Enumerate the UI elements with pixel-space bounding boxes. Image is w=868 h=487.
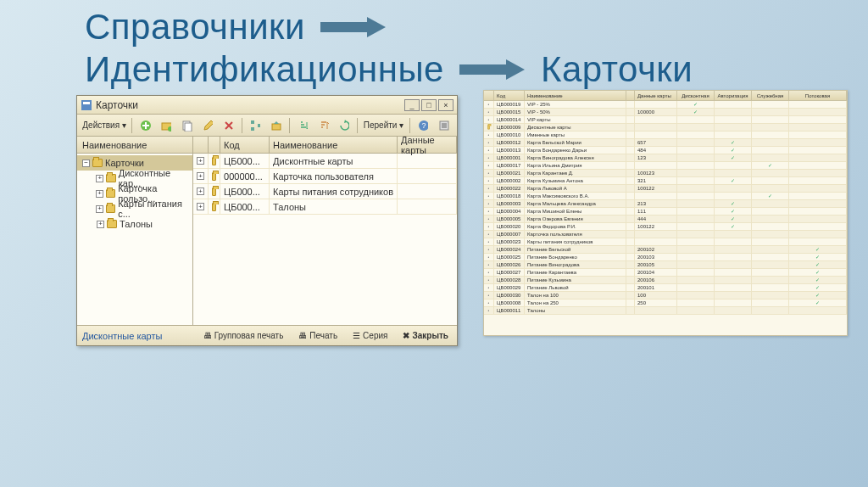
grid-row[interactable]: +ЦБ000...Дисконтные карты bbox=[193, 154, 457, 169]
tree-item[interactable]: +Карты питания с... bbox=[77, 201, 192, 216]
bigtable-cell: Питание Кузьмина bbox=[525, 277, 626, 283]
bigtable-row[interactable]: •ЦБ000020Карта Федорова Р.И.100122✓ bbox=[484, 223, 847, 231]
bigtable-cell bbox=[626, 200, 635, 207]
bigtable-row[interactable]: •ЦБ000003Карта Мальцева Александра213✓ bbox=[484, 200, 847, 208]
titlebar[interactable]: Карточки _ □ × bbox=[77, 96, 457, 115]
grid-header-data[interactable]: Данные карты bbox=[398, 137, 457, 153]
bigtable-row[interactable]: •ЦБ000002Карта Кузьмина Антона321✓ bbox=[484, 177, 847, 185]
bigtable-header-cell[interactable]: Потоковая bbox=[789, 91, 847, 100]
bigtable-row[interactable]: •ЦБ000005Карта Озерова Евгения444✓ bbox=[484, 216, 847, 223]
series-button[interactable]: ☰Серия bbox=[349, 331, 391, 340]
bigtable-cell: • bbox=[484, 216, 494, 222]
bigtable-row[interactable]: •ЦБ000012Карта Бельской Марии657✓ bbox=[484, 139, 847, 147]
bigtable-row[interactable]: •ЦБ000001Карта Виноградова Алексея123✓ bbox=[484, 154, 847, 162]
bigtable-row[interactable]: ЦБ000009Дисконтные карты bbox=[484, 124, 847, 132]
bigtable-row[interactable]: •ЦБ000015VIP - 50%100000✓ bbox=[484, 109, 847, 116]
expand-icon[interactable]: + bbox=[96, 175, 103, 182]
bigtable-row[interactable]: •ЦБ000027Питание Карантаева200104✓ bbox=[484, 269, 847, 277]
close-footer-button[interactable]: ✖Закрыть bbox=[399, 331, 452, 340]
bigtable-row[interactable]: •ЦБ000025Питание Бондаренко200103✓ bbox=[484, 254, 847, 261]
status-link[interactable]: Дисконтные карты bbox=[82, 331, 192, 341]
move-button[interactable] bbox=[266, 117, 286, 134]
bigtable-cell bbox=[626, 116, 635, 123]
expand-icon[interactable]: + bbox=[197, 188, 204, 195]
bigtable-header-cell[interactable] bbox=[484, 91, 494, 100]
bigtable-row[interactable]: •ЦБ000030Талон на 100100✓ bbox=[484, 292, 847, 299]
grid-header-code[interactable]: Код bbox=[220, 137, 270, 153]
check-icon: ✓ bbox=[815, 300, 820, 305]
bigtable-row[interactable]: •ЦБ000024Питание Бельской200102✓ bbox=[484, 246, 847, 254]
settings-button[interactable] bbox=[434, 117, 453, 134]
bigtable-header-cell[interactable]: Авторизация bbox=[715, 91, 752, 100]
add-folder-button[interactable] bbox=[157, 117, 176, 134]
svg-rect-1 bbox=[83, 102, 90, 104]
grid-row[interactable]: +ЦБ000...Талоны bbox=[193, 199, 457, 215]
group-print-button[interactable]: 🖶Групповая печать bbox=[200, 331, 287, 340]
grid-header-expand[interactable] bbox=[209, 137, 220, 153]
expand-icon[interactable]: + bbox=[96, 205, 103, 213]
refresh-button[interactable] bbox=[335, 117, 354, 134]
goto-menu[interactable]: Перейти▾ bbox=[361, 117, 406, 134]
bigtable-row[interactable]: •ЦБ000021Карта Карантаев Д.100123 bbox=[484, 170, 847, 177]
bigtable-row[interactable]: •ЦБ000008Талон на 250250✓ bbox=[484, 299, 847, 307]
bigtable-row[interactable]: •ЦБ000022Карта Львовой А100122 bbox=[484, 185, 847, 193]
bigtable-row[interactable]: •ЦБ000004Карта Мишиной Елены111✓ bbox=[484, 208, 847, 216]
bigtable-cell bbox=[677, 292, 715, 299]
actions-menu[interactable]: Действия▾ bbox=[81, 117, 128, 134]
expand-icon[interactable]: + bbox=[97, 221, 104, 228]
grid-row[interactable]: +000000...Карточка пользователя bbox=[193, 169, 457, 184]
bigtable-row[interactable]: •ЦБ000018Карта Максимовского В.А.✓ bbox=[484, 193, 847, 200]
bigtable-row[interactable]: •ЦБ000010Именные карты bbox=[484, 132, 847, 139]
help-button[interactable]: ? bbox=[414, 117, 433, 134]
maximize-button[interactable]: □ bbox=[421, 99, 437, 111]
edit-button[interactable] bbox=[198, 117, 218, 134]
copy-button[interactable] bbox=[177, 117, 197, 134]
bigtable-cell: ✓ bbox=[789, 254, 847, 260]
hierarchy-button[interactable] bbox=[246, 117, 265, 134]
bigtable-cell: 200103 bbox=[635, 254, 677, 260]
bigtable-cell: 200102 bbox=[635, 246, 677, 253]
expand-icon[interactable]: + bbox=[96, 190, 103, 198]
folder-cell bbox=[209, 154, 220, 168]
bigtable-row[interactable]: •ЦБ000026Питание Виноградова200105✓ bbox=[484, 261, 847, 269]
bigtable-row[interactable]: •ЦБ000023Карты питания сотрудников bbox=[484, 238, 847, 246]
print-button[interactable]: 🖶Печать bbox=[295, 331, 341, 340]
bigtable-row[interactable]: •ЦБ000007Карточка пользователя bbox=[484, 231, 847, 238]
bigtable-header-cell[interactable]: Дисконтная bbox=[677, 91, 715, 100]
bigtable-cell bbox=[677, 154, 715, 161]
minimize-button[interactable]: _ bbox=[404, 99, 420, 111]
close-button[interactable]: × bbox=[438, 99, 453, 111]
bigtable-row[interactable]: •ЦБ000011Талоны bbox=[484, 307, 847, 315]
grid-header-icon[interactable] bbox=[193, 137, 209, 153]
expand-cell[interactable]: + bbox=[193, 184, 209, 199]
bigtable-row[interactable]: •ЦБ000028Питание Кузьмина200106✓ bbox=[484, 277, 847, 284]
bigtable-row[interactable]: •ЦБ000029Питание Львовой200101✓ bbox=[484, 284, 847, 292]
add-button[interactable] bbox=[136, 117, 155, 134]
bigtable-header-cell[interactable]: Наименование bbox=[525, 91, 626, 100]
bigtable-row[interactable]: •ЦБ000014VIP карты bbox=[484, 116, 847, 124]
bigtable-row[interactable]: •ЦБ000013Карта Бондаренко Дарьи484✓ bbox=[484, 147, 847, 154]
bigtable-header-cell[interactable]: Код bbox=[494, 91, 525, 100]
bigtable-header-cell[interactable]: Данные карты bbox=[635, 91, 677, 100]
delete-button[interactable] bbox=[219, 117, 238, 134]
expand-icon[interactable]: + bbox=[197, 172, 204, 180]
expand-cell[interactable]: + bbox=[193, 154, 209, 168]
bigtable-row[interactable]: •ЦБ000019VIP - 25%✓ bbox=[484, 101, 847, 109]
sort-down-button[interactable] bbox=[314, 117, 333, 134]
bigtable-header-cell[interactable]: Служебная bbox=[752, 91, 789, 100]
bigtable-row[interactable]: •ЦБ000017Карта Ильина Дмитрия✓ bbox=[484, 162, 847, 170]
bigtable-header-cell[interactable] bbox=[626, 91, 635, 100]
bigtable-cell bbox=[626, 307, 635, 314]
grid-header-name[interactable]: Наименование bbox=[270, 137, 398, 153]
grid-row[interactable]: +ЦБ000...Карты питания сотрудников bbox=[193, 184, 457, 199]
window-title: Карточки bbox=[96, 99, 404, 111]
expand-cell[interactable]: + bbox=[193, 199, 209, 214]
expand-icon[interactable]: − bbox=[82, 160, 90, 167]
folder-cell bbox=[209, 199, 220, 214]
tree-header[interactable]: Наименование bbox=[77, 137, 192, 154]
sort-up-button[interactable] bbox=[293, 117, 313, 134]
expand-icon[interactable]: + bbox=[197, 203, 204, 210]
bigtable-cell bbox=[752, 231, 789, 238]
expand-cell[interactable]: + bbox=[193, 169, 209, 183]
expand-icon[interactable]: + bbox=[197, 157, 204, 165]
